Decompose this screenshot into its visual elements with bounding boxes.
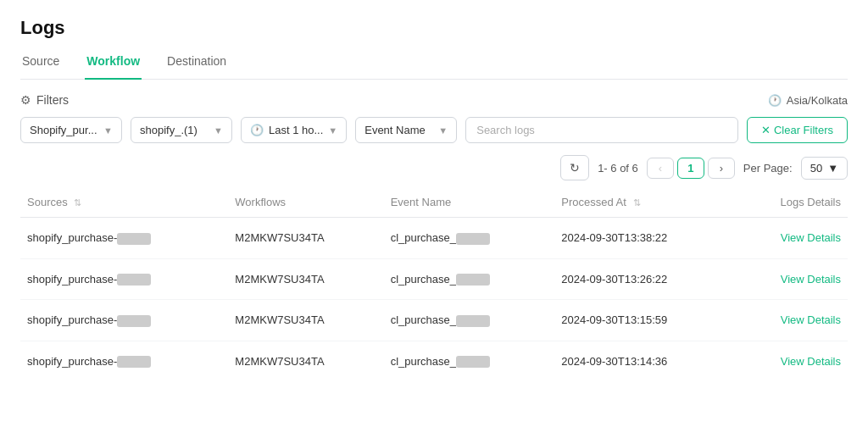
cell-event-1: cl_purchase_ bbox=[384, 258, 555, 300]
cell-processed-at-1: 2024-09-30T13:26:22 bbox=[554, 258, 735, 300]
view-details-link[interactable]: View Details bbox=[781, 355, 841, 368]
next-page-button[interactable]: › bbox=[708, 158, 735, 179]
filters-label: Filters bbox=[36, 93, 69, 107]
toolbar: ⚙ Filters 🕐 Asia/Kolkata bbox=[20, 93, 848, 107]
cell-processed-at-0: 2024-09-30T13:38:22 bbox=[554, 218, 735, 259]
cell-workflow-0: M2MKW7SU34TA bbox=[228, 218, 383, 259]
source-filter2-dropdown[interactable]: shopify_.(1) ▼ bbox=[131, 117, 232, 143]
clear-filters-button[interactable]: ✕ Clear Filters bbox=[747, 117, 848, 143]
page-container: Logs Source Workflow Destination ⚙ Filte… bbox=[0, 0, 868, 398]
per-page-dropdown[interactable]: 50 ▼ bbox=[801, 157, 848, 180]
refresh-button[interactable]: ↻ bbox=[560, 155, 589, 180]
clock-icon: 🕐 bbox=[768, 94, 782, 107]
source-text: shopify_purchase- bbox=[27, 313, 117, 326]
cell-workflow-2: M2MKW7SU34TA bbox=[228, 300, 383, 341]
source-blurred bbox=[117, 356, 151, 368]
table-row: shopify_purchase- M2MKW7SU34TA cl_purcha… bbox=[20, 218, 848, 259]
table-body: shopify_purchase- M2MKW7SU34TA cl_purcha… bbox=[20, 218, 848, 382]
time-clock-icon: 🕐 bbox=[250, 124, 264, 136]
event-text: cl_purchase_ bbox=[391, 313, 456, 326]
event-blurred bbox=[456, 274, 490, 286]
cell-details-3: View Details bbox=[736, 341, 848, 381]
event-blurred bbox=[456, 315, 490, 327]
event-blurred bbox=[456, 356, 490, 368]
page-title: Logs bbox=[20, 17, 848, 39]
event-text: cl_purchase_ bbox=[391, 231, 456, 244]
cell-event-3: cl_purchase_ bbox=[384, 341, 555, 381]
col-logs-details: Logs Details bbox=[736, 187, 848, 218]
cell-source-3: shopify_purchase- bbox=[20, 341, 228, 381]
cell-details-2: View Details bbox=[736, 300, 848, 341]
per-page-value: 50 bbox=[810, 162, 822, 175]
cell-source-2: shopify_purchase- bbox=[20, 300, 228, 341]
cell-details-1: View Details bbox=[736, 258, 848, 300]
col-sources: Sources ⇅ bbox=[20, 187, 228, 218]
view-details-link[interactable]: View Details bbox=[781, 231, 841, 244]
filters-label-row: ⚙ Filters bbox=[20, 93, 69, 107]
col-workflows: Workflows bbox=[228, 187, 383, 218]
tab-workflow[interactable]: Workflow bbox=[85, 47, 142, 80]
source2-chevron-icon: ▼ bbox=[214, 125, 223, 136]
source-blurred bbox=[117, 233, 151, 245]
table-header-row: Sources ⇅ Workflows Event Name Processed… bbox=[20, 187, 848, 218]
timezone-label: Asia/Kolkata bbox=[787, 94, 848, 107]
per-page-chevron-icon: ▼ bbox=[827, 162, 838, 175]
source-blurred bbox=[117, 315, 151, 327]
col-event-name: Event Name bbox=[384, 187, 555, 218]
cell-workflow-1: M2MKW7SU34TA bbox=[228, 258, 383, 300]
source-chevron-icon: ▼ bbox=[103, 125, 113, 136]
sources-sort-icon: ⇅ bbox=[74, 197, 81, 208]
cell-source-1: shopify_purchase- bbox=[20, 258, 228, 300]
processed-at-sort-icon: ⇅ bbox=[633, 197, 641, 208]
source-text: shopify_purchase- bbox=[27, 231, 117, 244]
pagination-row: ↻ 1- 6 of 6 ‹ 1 › Per Page: 50 ▼ bbox=[20, 155, 848, 180]
cell-event-2: cl_purchase_ bbox=[384, 300, 555, 341]
event-blurred bbox=[456, 233, 490, 245]
table-row: shopify_purchase- M2MKW7SU34TA cl_purcha… bbox=[20, 300, 848, 341]
col-processed-at: Processed At ⇅ bbox=[554, 187, 735, 218]
col-workflows-label: Workflows bbox=[235, 196, 286, 208]
col-sources-label: Sources bbox=[27, 196, 68, 208]
search-input-wrap bbox=[465, 117, 738, 143]
event-text: cl_purchase_ bbox=[391, 355, 456, 368]
time-filter-dropdown[interactable]: 🕐 Last 1 ho... ▼ bbox=[241, 117, 347, 143]
event-name-filter-dropdown[interactable]: Event Name ▼ bbox=[355, 117, 457, 143]
source-blurred bbox=[117, 274, 151, 286]
table-row: shopify_purchase- M2MKW7SU34TA cl_purcha… bbox=[20, 258, 848, 300]
filters-icon: ⚙ bbox=[20, 93, 31, 107]
source-filter2-value: shopify_.(1) bbox=[140, 124, 198, 136]
tabs-bar: Source Workflow Destination bbox=[20, 47, 848, 80]
cell-details-0: View Details bbox=[736, 218, 848, 259]
filters-row: Shopify_pur... ▼ shopify_.(1) ▼ 🕐 Last 1… bbox=[20, 117, 848, 143]
source-text: shopify_purchase- bbox=[27, 355, 117, 368]
cell-event-0: cl_purchase_ bbox=[384, 218, 555, 259]
prev-page-button[interactable]: ‹ bbox=[647, 158, 674, 179]
col-processed-at-label: Processed At bbox=[561, 196, 626, 208]
table-row: shopify_purchase- M2MKW7SU34TA cl_purcha… bbox=[20, 341, 848, 381]
view-details-link[interactable]: View Details bbox=[781, 313, 841, 326]
tab-destination[interactable]: Destination bbox=[165, 47, 228, 80]
logs-table: Sources ⇅ Workflows Event Name Processed… bbox=[20, 187, 848, 381]
cell-processed-at-3: 2024-09-30T13:14:36 bbox=[554, 341, 735, 381]
cell-workflow-3: M2MKW7SU34TA bbox=[228, 341, 383, 381]
cell-source-0: shopify_purchase- bbox=[20, 218, 228, 259]
time-filter-value: Last 1 ho... bbox=[269, 124, 323, 136]
per-page-label: Per Page: bbox=[743, 162, 793, 175]
tab-source[interactable]: Source bbox=[20, 47, 61, 80]
pagination-nav: ‹ 1 › bbox=[647, 158, 735, 179]
page-range-info: 1- 6 of 6 bbox=[598, 162, 638, 175]
cell-processed-at-2: 2024-09-30T13:15:59 bbox=[554, 300, 735, 341]
search-input[interactable] bbox=[465, 117, 738, 143]
event-text: cl_purchase_ bbox=[391, 273, 456, 286]
event-name-filter-value: Event Name bbox=[364, 124, 426, 136]
col-event-name-label: Event Name bbox=[391, 196, 452, 208]
source-filter-dropdown[interactable]: Shopify_pur... ▼ bbox=[20, 117, 122, 143]
time-chevron-icon: ▼ bbox=[328, 125, 337, 136]
source-text: shopify_purchase- bbox=[27, 273, 117, 286]
timezone-display: 🕐 Asia/Kolkata bbox=[768, 94, 848, 107]
source-filter-value: Shopify_pur... bbox=[30, 124, 97, 136]
event-chevron-icon: ▼ bbox=[438, 125, 448, 136]
page-1-button[interactable]: 1 bbox=[677, 158, 704, 179]
view-details-link[interactable]: View Details bbox=[781, 273, 841, 286]
col-logs-details-label: Logs Details bbox=[780, 196, 841, 208]
